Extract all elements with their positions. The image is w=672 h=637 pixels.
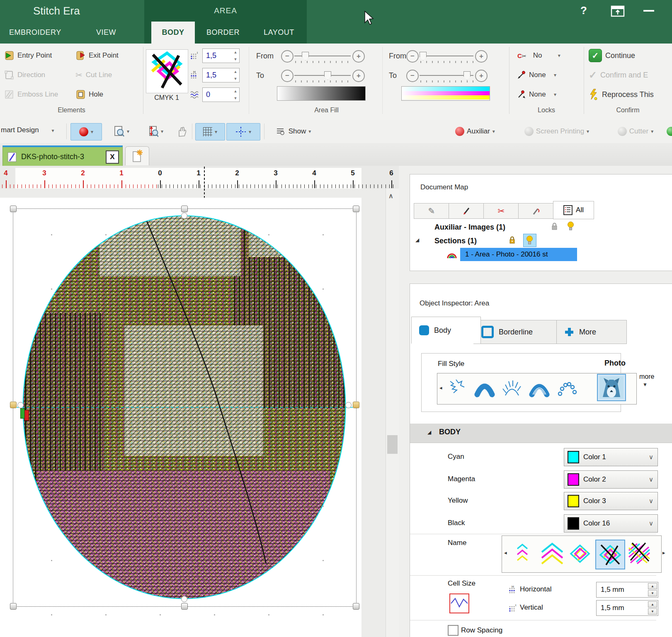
exit-lock-dropdown[interactable]: None ▾ xyxy=(517,87,556,102)
to-slider-thumb[interactable] xyxy=(324,71,331,80)
to-slider-thumb-cmy[interactable] xyxy=(463,71,471,80)
gold-lock-icon[interactable] xyxy=(509,236,515,244)
from-slider-thumb-cmy[interactable] xyxy=(420,52,427,61)
document-tab[interactable]: DKS-photo-stitch-3 X xyxy=(2,145,123,167)
fill-style-thumb-satin[interactable] xyxy=(473,375,497,400)
tree-item-images[interactable]: Auxiliar - Images (1) xyxy=(434,223,505,232)
inspector-tab-borderline[interactable]: Borderline xyxy=(473,320,564,344)
from-slider-thumb[interactable] xyxy=(302,52,309,61)
cell-vertical-spinner[interactable]: 1,5 ▲▼ xyxy=(202,48,240,63)
cut-line-button[interactable]: ✂ Cut Line xyxy=(75,68,112,82)
scroll-up-icon[interactable]: ∧ xyxy=(388,192,393,200)
photo-stitch-design[interactable] xyxy=(0,189,386,637)
from-plus-button-cmy[interactable]: + xyxy=(475,50,488,63)
cmy-gradient-bar[interactable] xyxy=(401,86,490,101)
inspector-tab-more[interactable]: More xyxy=(556,320,627,344)
magenta-color-dropdown[interactable]: Color 2 ∨ xyxy=(564,470,658,489)
docmap-tab-cut[interactable]: ✂ xyxy=(483,203,519,219)
design-canvas[interactable] xyxy=(0,189,386,637)
rotation-handle-left[interactable] xyxy=(17,402,24,408)
docmap-tab-all[interactable]: All xyxy=(553,201,594,219)
close-tab-icon[interactable]: X xyxy=(106,150,119,164)
tree-item-sections[interactable]: Sections (1) xyxy=(434,237,477,245)
selection-handle-w[interactable] xyxy=(10,402,17,408)
selection-handle-ne[interactable] xyxy=(353,206,359,212)
lock-icon[interactable] xyxy=(551,222,558,230)
screen-printing-mode-button[interactable]: Screen Printing ▾ xyxy=(509,123,604,140)
tab-view[interactable]: VIEW xyxy=(90,22,122,44)
to-slider-track[interactable] xyxy=(294,75,351,76)
pattern-thumb-5[interactable] xyxy=(626,540,653,567)
strip-scroll-left-icon[interactable]: ◂ xyxy=(439,385,442,391)
selection-handle-e[interactable] xyxy=(353,402,359,408)
spinner-arrows[interactable]: ▲▼ xyxy=(232,68,239,82)
exit-point-button[interactable]: Exit Point xyxy=(75,48,119,63)
row-spacing-checkbox[interactable] xyxy=(448,625,459,636)
yellow-color-dropdown[interactable]: Color 3 ∨ xyxy=(564,492,658,510)
pattern-thumb-1[interactable] xyxy=(511,540,537,567)
spin-up-button[interactable]: ▲ xyxy=(648,583,657,589)
vertical-spinner[interactable]: 1,5 mm ▲▼ xyxy=(596,600,658,616)
tree-expander-icon[interactable]: ◢ xyxy=(415,237,419,243)
zoom-page-button[interactable]: ▾ xyxy=(105,123,138,140)
zoom-height-button[interactable]: ▾ xyxy=(139,123,172,140)
canvas-vertical-scrollbar[interactable]: ∧ xyxy=(386,189,399,637)
tab-layout[interactable]: LAYOUT xyxy=(260,22,298,44)
fill-style-more-button[interactable]: more ▼ xyxy=(639,373,654,388)
spin-down-button[interactable]: ▼ xyxy=(648,608,657,615)
grid-toggle-button[interactable]: ▾ xyxy=(195,123,225,140)
docmap-tab-artwork[interactable] xyxy=(449,203,484,219)
help-icon[interactable]: ? xyxy=(580,4,587,17)
tab-embroidery[interactable]: EMBROIDERY xyxy=(3,22,67,44)
spinner-arrows[interactable]: ▲▼ xyxy=(232,49,239,63)
tab-border[interactable]: BORDER xyxy=(203,22,243,44)
bulb-icon[interactable] xyxy=(567,221,574,231)
pattern-swatch[interactable] xyxy=(146,49,188,93)
fill-style-thumb-photo-selected[interactable] xyxy=(597,374,626,401)
to-plus-button[interactable]: + xyxy=(352,70,365,82)
reprocess-button[interactable]: Reprocess This xyxy=(589,87,654,102)
tab-body[interactable]: BODY xyxy=(151,22,195,44)
fill-style-thumb-ribbed[interactable] xyxy=(527,375,551,400)
pan-button[interactable] xyxy=(172,123,191,140)
exit-point-marker[interactable] xyxy=(24,410,29,421)
tree-item-section-selected[interactable]: 1 - Area - Photo - 20016 st xyxy=(460,248,577,261)
docmap-tab-digitizing[interactable]: ✎ xyxy=(414,203,449,219)
inspector-tab-body[interactable]: Body xyxy=(411,317,481,344)
horizontal-spinner[interactable]: 1,5 mm ▲▼ xyxy=(596,582,658,598)
docmap-tab-seam[interactable] xyxy=(518,203,554,219)
from-minus-button[interactable]: − xyxy=(281,50,294,63)
emboss-line-button[interactable]: Emboss Line xyxy=(4,87,58,102)
black-gradient-bar[interactable] xyxy=(277,86,366,101)
pattern-thumb-3[interactable] xyxy=(567,540,594,567)
pattern-thumb-4-selected[interactable] xyxy=(595,540,625,569)
fill-style-thumb-random[interactable] xyxy=(445,375,469,400)
minimize-icon[interactable] xyxy=(643,10,654,12)
from-slider-track-cmy[interactable] xyxy=(420,56,473,56)
row-spacing-spinner[interactable]: 0 ▲▼ xyxy=(202,87,240,102)
spinner-arrows[interactable]: ▲▼ xyxy=(232,88,239,102)
confirm-and-edit-button[interactable]: ✓ Confirm and E xyxy=(589,68,672,82)
rotation-handle-right[interactable] xyxy=(345,402,352,408)
rotation-handle-top[interactable] xyxy=(181,213,187,219)
guides-toggle-button[interactable]: ▾ xyxy=(226,123,260,140)
zoom-selection-button[interactable]: ▾ xyxy=(70,123,102,140)
stitch-lock-dropdown[interactable]: C✂ No ▾ xyxy=(517,48,560,63)
selection-handle-s[interactable] xyxy=(181,603,188,610)
selection-handle-nw[interactable] xyxy=(10,206,17,212)
selection-handle-n[interactable] xyxy=(181,206,188,212)
scrollbar-thumb[interactable] xyxy=(387,435,398,454)
strip-scroll-left-icon[interactable]: ◂ xyxy=(504,550,507,556)
hole-button[interactable]: Hole xyxy=(75,87,103,102)
stitch-mode-dot-icon[interactable] xyxy=(667,127,672,136)
entry-point-button[interactable]: Entry Point xyxy=(4,48,52,63)
black-color-dropdown[interactable]: Color 16 ∨ xyxy=(564,514,658,533)
cyan-color-dropdown[interactable]: Color 1 ∨ xyxy=(564,448,658,466)
pattern-thumb-2[interactable] xyxy=(539,540,565,567)
cutter-mode-button[interactable]: Cutter ▾ xyxy=(609,123,662,140)
selection-handle-sw[interactable] xyxy=(10,603,17,610)
cell-horizontal-spinner[interactable]: 1,5 ▲▼ xyxy=(202,68,240,82)
auxiliar-mode-button[interactable]: Auxiliar ▾ xyxy=(447,123,503,140)
bulb-highlight[interactable] xyxy=(523,234,536,247)
body-section-header[interactable]: ◢ BODY xyxy=(410,424,672,443)
